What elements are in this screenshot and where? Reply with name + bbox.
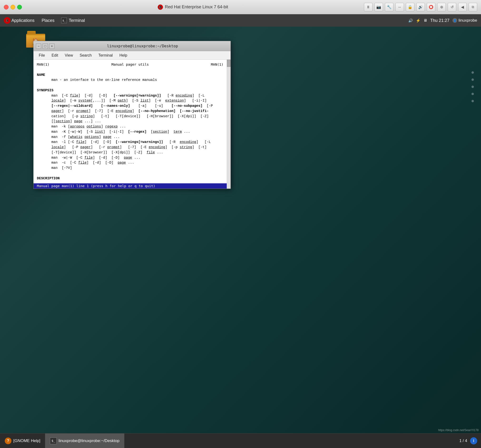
rhel-icon: 🎩 — [4, 17, 10, 24]
view-menu[interactable]: View — [62, 52, 76, 59]
display-icon[interactable]: 🖥 — [423, 18, 427, 22]
snapshot-button[interactable]: 📷 — [375, 3, 383, 11]
page-indicator: 1 / 4 — [459, 439, 467, 443]
terminal-window: − □ × linuxprobe@linuxprobe:~/Desktop Fi… — [33, 41, 231, 189]
synopsis-line: man [-?V] — [37, 165, 223, 171]
gnome-topbar: 🎩 Applications Places $_ Terminal 🔊 ⚡ 🖥 … — [0, 14, 481, 27]
description-heading: DESCRIPTION — [37, 176, 223, 181]
vm-title: 🎩 Red Hat Enterprise Linux 7 64-bit — [26, 5, 360, 10]
user-icon: 👤 — [452, 18, 457, 23]
name-text: man - an interface to the on-line refere… — [37, 77, 223, 83]
search-menu[interactable]: Search — [77, 52, 95, 59]
arrow-button[interactable]: ◀ — [458, 3, 467, 11]
name-heading: NAME — [37, 73, 223, 78]
side-dots — [472, 71, 474, 102]
gnome-topbar-right: 🔊 ⚡ 🖥 Thu 21:27 👤 linuxprobe — [404, 18, 481, 23]
synopsis-line: [[section] page ...] ... — [37, 119, 223, 124]
synopsis-line: man -l [-C file] [-d] [-D] [--warnings[=… — [37, 140, 223, 145]
win-restore-btn[interactable]: □ — [43, 44, 48, 49]
blank-line-1 — [37, 67, 223, 73]
terminal-menu-item[interactable]: Terminal — [95, 52, 115, 59]
minimize-button[interactable] — [10, 5, 15, 9]
user-menu[interactable]: 👤 linuxprobe — [452, 18, 477, 23]
terminal-menubar: File Edit View Search Terminal Help — [34, 51, 231, 60]
synopsis-line: man -c [-C file] [-d] [-D] page ... — [37, 160, 223, 165]
usb-button[interactable]: 🔒 — [406, 3, 414, 11]
vm-titlebar: 🎩 Red Hat Enterprise Linux 7 64-bit ⏸ 📷 … — [0, 0, 481, 14]
usb2-button[interactable]: ⊕ — [437, 3, 446, 11]
terminal-taskbar-item[interactable]: $_ linuxprobe@linuxprobe:~/Desktop — [45, 433, 124, 448]
synopsis-line: [--regex|--wildcard] [--names-only] [-a]… — [37, 104, 223, 109]
synopsis-line: locale] [-m system[,...]] [-M path] [-S … — [37, 98, 223, 104]
blank-line-2 — [37, 83, 223, 88]
terminal-menu[interactable]: $_ Terminal — [58, 14, 88, 27]
capture-button[interactable]: ⭕ — [427, 3, 435, 11]
synopsis-line: man -k [apropos options] regexp ... — [37, 124, 223, 129]
watermark: https://blog.csdn.net/SeanYI178 — [438, 428, 479, 432]
settings-button[interactable]: 🔧 — [385, 3, 393, 11]
side-dot-5 — [472, 100, 474, 102]
synopsis-line: man -f [whatis options] page ... — [37, 134, 223, 140]
edit-menu[interactable]: Edit — [49, 52, 61, 59]
synopsis-line: locale] [-P pager] [-r prompt] [-7] [-E … — [37, 145, 223, 150]
terminal-title: linuxprobe@linuxprobe:~/Desktop — [57, 44, 228, 48]
terminal-titlebar: − □ × linuxprobe@linuxprobe:~/Desktop — [34, 41, 231, 51]
terminal-content[interactable]: MAN(1) Manual pager utils MAN(1) NAME ma… — [34, 60, 227, 183]
refresh-button[interactable]: ↺ — [448, 3, 456, 11]
volume-icon[interactable]: 🔊 — [408, 18, 413, 23]
terminal-scrollbar[interactable] — [227, 60, 231, 189]
connect-button[interactable]: ↔ — [395, 3, 404, 11]
synopsis-line: cation] [-p string] [-t] [-T[device]] [-… — [37, 114, 223, 119]
help-icon: ? — [5, 438, 11, 444]
terminal-menu-icon: $_ — [61, 18, 67, 23]
side-dot-1 — [472, 71, 474, 74]
applications-menu[interactable]: 🎩 Applications — [0, 14, 38, 27]
taskbar-right: 1 / 4 i — [456, 437, 481, 444]
synopsis-line: man [-C file] [-d] [-D] [--warnings[=war… — [37, 93, 223, 98]
info-button[interactable]: i — [470, 437, 477, 444]
synopsis-line: man -w|-W [-C file] [-d] [-D] page ... — [37, 155, 223, 161]
places-menu[interactable]: Places — [38, 14, 58, 27]
side-dot-4 — [472, 93, 474, 95]
side-dot-2 — [472, 78, 474, 81]
win-close-btn[interactable]: × — [49, 44, 54, 49]
traffic-lights — [0, 5, 26, 9]
bluetooth-icon[interactable]: ⚡ — [416, 18, 421, 23]
blank-line-3 — [37, 171, 223, 176]
synopsis-line: pager] [-r prompt] [-7] [-E encoding] [-… — [37, 109, 223, 114]
clock: Thu 21:27 — [430, 18, 449, 23]
terminal-taskbar-icon: $_ — [50, 438, 57, 444]
close-button[interactable] — [4, 5, 8, 9]
terminal-body: MAN(1) Manual pager utils MAN(1) NAME ma… — [34, 60, 231, 189]
status-bar: Manual page man(1) line 1 (press h for h… — [34, 183, 227, 189]
synopsis-line: man -K [-w|-W] [-S list] [-i|-I] [--rege… — [37, 129, 223, 134]
scrollbar-thumb[interactable] — [227, 60, 231, 67]
side-dot-3 — [472, 86, 474, 88]
expand-button[interactable]: ⧉ — [469, 3, 477, 11]
maximize-button[interactable] — [17, 5, 22, 9]
synopsis-lines: man [-C file] [-d] [-D] [--warnings[=war… — [37, 93, 223, 171]
window-controls: − □ × — [36, 44, 54, 49]
pause-button[interactable]: ⏸ — [364, 3, 373, 11]
synopsis-line: [-T[device]] [-H[browser]] [-X[dpi]] [-Z… — [37, 150, 223, 155]
win-minimize-btn[interactable]: − — [36, 44, 41, 49]
gnome-help-item[interactable]: ? [GNOME Help] — [0, 433, 45, 448]
audio-button[interactable]: 🔊 — [416, 3, 425, 11]
vm-title-icon: 🎩 — [158, 5, 163, 10]
file-menu[interactable]: File — [36, 52, 48, 59]
man-header: MAN(1) Manual pager utils MAN(1) — [37, 62, 223, 67]
synopsis-heading: SYNOPSIS — [37, 88, 223, 93]
help-menu[interactable]: Help — [117, 52, 130, 59]
vm-toolbar: ⏸ 📷 🔧 ↔ 🔒 🔊 ⭕ ⊕ ↺ ◀ ⧉ — [360, 3, 481, 11]
terminal-content-area: MAN(1) Manual pager utils MAN(1) NAME ma… — [34, 60, 227, 189]
gnome-bottombar: ? [GNOME Help] $_ linuxprobe@linuxprobe:… — [0, 433, 481, 448]
